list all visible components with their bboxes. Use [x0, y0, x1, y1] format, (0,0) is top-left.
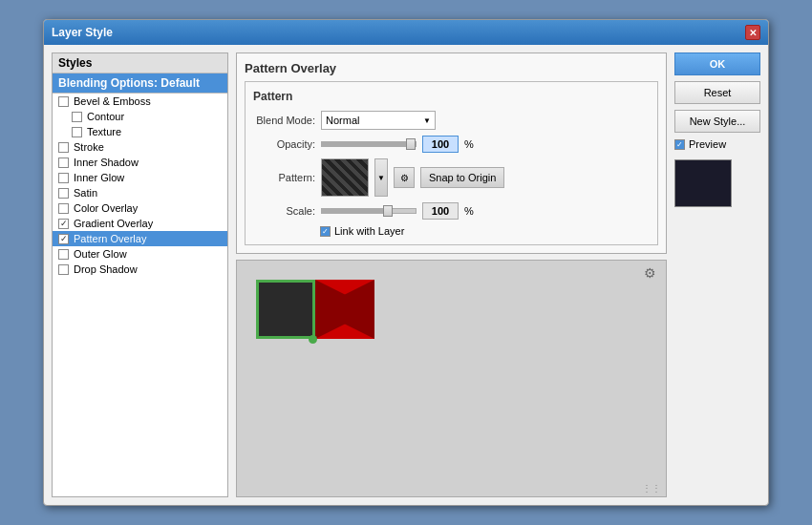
- bevel-label: Bevel & Emboss: [74, 95, 151, 107]
- preview-label: Preview: [689, 138, 726, 150]
- canvas-pattern-red: [315, 280, 374, 339]
- layer-style-dialog: Layer Style ✕ Styles Blending Options: D…: [43, 19, 769, 506]
- outer-glow-checkbox[interactable]: [58, 249, 69, 260]
- link-layer-label: Link with Layer: [334, 225, 404, 237]
- pattern-dropdown-button[interactable]: ▼: [374, 158, 388, 197]
- layer-item-bevel[interactable]: Bevel & Emboss: [53, 94, 227, 109]
- pattern-overlay-checkbox[interactable]: [58, 234, 69, 244]
- pattern-overlay-panel: Pattern Overlay Pattern Blend Mode: Norm…: [236, 52, 667, 254]
- layer-item-stroke[interactable]: Stroke: [53, 139, 227, 155]
- drop-shadow-label: Drop Shadow: [74, 263, 138, 275]
- link-layer-row: Link with Layer: [320, 225, 650, 237]
- opacity-value[interactable]: 100: [422, 136, 459, 153]
- pattern-label: Pattern:: [253, 172, 315, 183]
- gradient-overlay-checkbox[interactable]: [58, 219, 69, 229]
- color-overlay-label: Color Overlay: [74, 202, 138, 214]
- panel-title: Pattern Overlay: [245, 61, 658, 75]
- layer-item-inner-shadow[interactable]: Inner Shadow: [53, 155, 227, 170]
- dialog-body: Styles Blending Options: Default Bevel &…: [44, 45, 768, 505]
- scale-slider[interactable]: [321, 208, 417, 214]
- opacity-row: Opacity: 100 %: [253, 136, 650, 153]
- pattern-row: Pattern: ▼ ⚙ Snap to Origin: [253, 158, 650, 197]
- pattern-swatch[interactable]: [321, 158, 369, 197]
- left-panel: Styles Blending Options: Default Bevel &…: [52, 52, 228, 497]
- layer-item-texture[interactable]: Texture: [53, 124, 227, 139]
- ok-button[interactable]: OK: [674, 52, 760, 75]
- blend-options-item[interactable]: Blending Options: Default: [53, 74, 227, 94]
- inner-glow-label: Inner Glow: [74, 172, 124, 183]
- gradient-overlay-label: Gradient Overlay: [74, 218, 153, 229]
- outer-glow-label: Outer Glow: [74, 248, 127, 260]
- opacity-label: Opacity:: [253, 138, 315, 150]
- stroke-label: Stroke: [74, 141, 104, 153]
- layer-item-pattern-overlay[interactable]: Pattern Overlay: [53, 231, 227, 246]
- new-style-button[interactable]: New Style...: [674, 110, 760, 133]
- preview-checkbox[interactable]: [674, 139, 685, 150]
- title-bar: Layer Style ✕: [44, 20, 768, 45]
- texture-label: Texture: [87, 126, 121, 137]
- inner-shadow-label: Inner Shadow: [74, 157, 139, 168]
- blend-mode-arrow: ▼: [423, 116, 431, 125]
- scale-percent: %: [464, 205, 474, 217]
- dialog-title: Layer Style: [52, 26, 113, 39]
- pattern-overlay-label: Pattern Overlay: [74, 233, 146, 244]
- resize-handle[interactable]: ⋮⋮: [642, 483, 661, 494]
- canvas-pattern-dark: [256, 280, 315, 339]
- scale-label: Scale:: [253, 205, 315, 217]
- satin-checkbox[interactable]: [58, 188, 69, 199]
- layer-item-color-overlay[interactable]: Color Overlay: [53, 200, 227, 216]
- color-overlay-checkbox[interactable]: [58, 203, 69, 214]
- blend-mode-value: Normal: [326, 115, 359, 126]
- layer-item-satin[interactable]: Satin: [53, 185, 227, 200]
- reset-button[interactable]: Reset: [674, 81, 760, 104]
- middle-panel: Pattern Overlay Pattern Blend Mode: Norm…: [236, 52, 667, 497]
- snap-to-origin-button[interactable]: Snap to Origin: [420, 167, 504, 188]
- bevel-checkbox[interactable]: [58, 96, 69, 107]
- stroke-checkbox[interactable]: [58, 142, 69, 153]
- layer-item-contour[interactable]: Contour: [53, 109, 227, 124]
- texture-checkbox[interactable]: [72, 127, 82, 137]
- canvas-settings-icon[interactable]: ⚙: [644, 265, 656, 281]
- inner-glow-checkbox[interactable]: [58, 173, 69, 183]
- close-button[interactable]: ✕: [745, 25, 760, 40]
- drop-shadow-checkbox[interactable]: [58, 264, 69, 275]
- preview-row: Preview: [674, 138, 760, 150]
- pattern-section: Pattern Blend Mode: Normal ▼ Opacity:: [245, 81, 658, 245]
- blend-mode-label: Blend Mode:: [253, 115, 315, 126]
- satin-label: Satin: [74, 187, 97, 199]
- scale-row: Scale: 100 %: [253, 202, 650, 220]
- opacity-percent: %: [464, 138, 474, 150]
- preview-canvas: ⚙ ⋮⋮: [236, 260, 667, 497]
- section-title: Pattern: [253, 90, 650, 103]
- layer-item-outer-glow[interactable]: Outer Glow: [53, 246, 227, 262]
- scale-value[interactable]: 100: [422, 202, 459, 220]
- canvas-patterns: [256, 280, 374, 339]
- pattern-options-button[interactable]: ⚙: [394, 167, 415, 188]
- styles-header: Styles: [53, 53, 227, 74]
- pattern-preview-area: ▼ ⚙ Snap to Origin: [321, 158, 504, 197]
- contour-label: Contour: [87, 111, 124, 122]
- right-panel: OK Reset New Style... Preview: [674, 52, 760, 497]
- blend-mode-select[interactable]: Normal ▼: [321, 111, 436, 130]
- contour-checkbox[interactable]: [72, 112, 82, 122]
- preview-swatch: [674, 159, 732, 207]
- inner-shadow-checkbox[interactable]: [58, 158, 69, 168]
- connector-dot: [309, 335, 317, 344]
- layer-item-gradient-overlay[interactable]: Gradient Overlay: [53, 216, 227, 231]
- opacity-slider[interactable]: [321, 141, 417, 147]
- layer-item-drop-shadow[interactable]: Drop Shadow: [53, 262, 227, 277]
- blend-mode-row: Blend Mode: Normal ▼: [253, 111, 650, 130]
- link-layer-checkbox[interactable]: [320, 226, 331, 237]
- layer-item-inner-glow[interactable]: Inner Glow: [53, 170, 227, 185]
